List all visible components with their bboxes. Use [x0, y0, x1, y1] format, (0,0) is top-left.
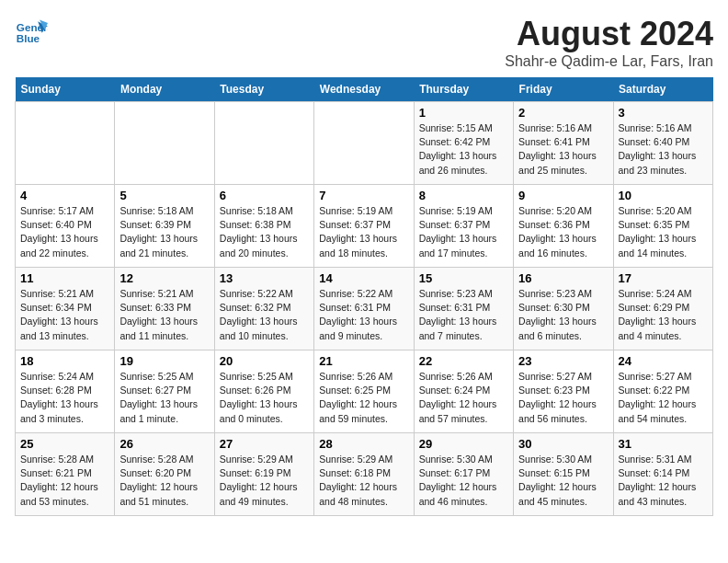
- day-number: 12: [119, 271, 209, 285]
- title-block: August 2024 Shahr-e Qadim-e Lar, Fars, I…: [505, 15, 713, 70]
- calendar-cell: 27Sunrise: 5:29 AMSunset: 6:19 PMDayligh…: [214, 433, 313, 516]
- calendar-cell: 6Sunrise: 5:18 AMSunset: 6:38 PMDaylight…: [214, 185, 313, 268]
- day-number: 8: [419, 189, 508, 202]
- day-number: 17: [619, 271, 708, 285]
- day-number: 10: [619, 189, 708, 202]
- day-info: Sunrise: 5:21 AMSunset: 6:34 PMDaylight:…: [20, 287, 109, 343]
- day-number: 28: [319, 437, 408, 451]
- day-number: 4: [20, 189, 109, 202]
- calendar-cell: 14Sunrise: 5:22 AMSunset: 6:31 PMDayligh…: [314, 268, 414, 350]
- day-info: Sunrise: 5:26 AMSunset: 6:25 PMDaylight:…: [319, 370, 408, 426]
- calendar-cell: [214, 102, 313, 185]
- calendar-cell: 23Sunrise: 5:27 AMSunset: 6:23 PMDayligh…: [514, 350, 613, 433]
- calendar-cell: [115, 102, 214, 185]
- calendar-cell: 12Sunrise: 5:21 AMSunset: 6:33 PMDayligh…: [115, 268, 214, 350]
- week-row-3: 11Sunrise: 5:21 AMSunset: 6:34 PMDayligh…: [16, 268, 713, 350]
- calendar-cell: 11Sunrise: 5:21 AMSunset: 6:34 PMDayligh…: [16, 268, 115, 350]
- day-info: Sunrise: 5:28 AMSunset: 6:20 PMDaylight:…: [119, 453, 209, 509]
- week-row-2: 4Sunrise: 5:17 AMSunset: 6:40 PMDaylight…: [16, 185, 713, 268]
- calendar-cell: 29Sunrise: 5:30 AMSunset: 6:17 PMDayligh…: [414, 433, 513, 516]
- day-number: 29: [419, 437, 508, 451]
- day-info: Sunrise: 5:23 AMSunset: 6:30 PMDaylight:…: [518, 287, 608, 343]
- weekday-header-friday: Friday: [514, 77, 613, 102]
- svg-text:Blue: Blue: [17, 32, 40, 44]
- day-info: Sunrise: 5:24 AMSunset: 6:28 PMDaylight:…: [20, 370, 109, 426]
- calendar-cell: 10Sunrise: 5:20 AMSunset: 6:35 PMDayligh…: [613, 185, 712, 268]
- calendar-cell: 9Sunrise: 5:20 AMSunset: 6:36 PMDaylight…: [514, 185, 613, 268]
- calendar-cell: 3Sunrise: 5:16 AMSunset: 6:40 PMDaylight…: [613, 102, 712, 185]
- day-info: Sunrise: 5:18 AMSunset: 6:38 PMDaylight:…: [220, 204, 309, 260]
- calendar-cell: 18Sunrise: 5:24 AMSunset: 6:28 PMDayligh…: [16, 350, 115, 433]
- calendar-cell: 21Sunrise: 5:26 AMSunset: 6:25 PMDayligh…: [314, 350, 414, 433]
- week-row-1: 1Sunrise: 5:15 AMSunset: 6:42 PMDaylight…: [16, 102, 713, 185]
- calendar-cell: 19Sunrise: 5:25 AMSunset: 6:27 PMDayligh…: [115, 350, 214, 433]
- calendar-cell: 2Sunrise: 5:16 AMSunset: 6:41 PMDaylight…: [514, 102, 613, 185]
- day-number: 1: [419, 106, 508, 120]
- day-number: 23: [518, 354, 608, 368]
- calendar-cell: 17Sunrise: 5:24 AMSunset: 6:29 PMDayligh…: [613, 268, 712, 350]
- day-info: Sunrise: 5:27 AMSunset: 6:22 PMDaylight:…: [619, 370, 708, 426]
- day-number: 20: [220, 354, 309, 368]
- day-number: 31: [619, 437, 708, 451]
- calendar-cell: 22Sunrise: 5:26 AMSunset: 6:24 PMDayligh…: [414, 350, 513, 433]
- day-info: Sunrise: 5:31 AMSunset: 6:14 PMDaylight:…: [619, 453, 708, 509]
- calendar-cell: 31Sunrise: 5:31 AMSunset: 6:14 PMDayligh…: [613, 433, 712, 516]
- day-info: Sunrise: 5:26 AMSunset: 6:24 PMDaylight:…: [419, 370, 508, 426]
- day-info: Sunrise: 5:24 AMSunset: 6:29 PMDaylight:…: [619, 287, 708, 343]
- day-number: 27: [220, 437, 309, 451]
- day-info: Sunrise: 5:23 AMSunset: 6:31 PMDaylight:…: [419, 287, 508, 343]
- day-number: 26: [119, 437, 209, 451]
- day-info: Sunrise: 5:20 AMSunset: 6:36 PMDaylight:…: [518, 204, 608, 260]
- day-number: 3: [619, 106, 708, 120]
- day-number: 15: [419, 271, 508, 285]
- calendar-cell: [16, 102, 115, 185]
- day-number: 6: [220, 189, 309, 202]
- day-info: Sunrise: 5:25 AMSunset: 6:26 PMDaylight:…: [220, 370, 309, 426]
- day-info: Sunrise: 5:29 AMSunset: 6:19 PMDaylight:…: [220, 453, 309, 509]
- day-info: Sunrise: 5:27 AMSunset: 6:23 PMDaylight:…: [518, 370, 608, 426]
- day-info: Sunrise: 5:18 AMSunset: 6:39 PMDaylight:…: [119, 204, 209, 260]
- day-number: 13: [220, 271, 309, 285]
- calendar-cell: 25Sunrise: 5:28 AMSunset: 6:21 PMDayligh…: [16, 433, 115, 516]
- day-number: 5: [119, 189, 209, 202]
- day-info: Sunrise: 5:22 AMSunset: 6:32 PMDaylight:…: [220, 287, 309, 343]
- day-info: Sunrise: 5:16 AMSunset: 6:41 PMDaylight:…: [518, 121, 608, 178]
- day-info: Sunrise: 5:19 AMSunset: 6:37 PMDaylight:…: [319, 204, 408, 260]
- day-info: Sunrise: 5:19 AMSunset: 6:37 PMDaylight:…: [419, 204, 508, 260]
- page-header: General Blue August 2024 Shahr-e Qadim-e…: [15, 15, 713, 70]
- day-number: 16: [518, 271, 608, 285]
- day-info: Sunrise: 5:29 AMSunset: 6:18 PMDaylight:…: [319, 453, 408, 509]
- weekday-header-saturday: Saturday: [613, 77, 712, 102]
- main-title: August 2024: [505, 15, 713, 53]
- calendar-cell: 30Sunrise: 5:30 AMSunset: 6:15 PMDayligh…: [514, 433, 613, 516]
- day-number: 2: [518, 106, 608, 120]
- day-number: 7: [319, 189, 408, 202]
- day-number: 25: [20, 437, 109, 451]
- calendar-cell: 20Sunrise: 5:25 AMSunset: 6:26 PMDayligh…: [214, 350, 313, 433]
- day-number: 22: [419, 354, 508, 368]
- weekday-header-row: SundayMondayTuesdayWednesdayThursdayFrid…: [16, 77, 713, 102]
- day-info: Sunrise: 5:30 AMSunset: 6:17 PMDaylight:…: [419, 453, 508, 509]
- weekday-header-monday: Monday: [115, 77, 214, 102]
- day-number: 14: [319, 271, 408, 285]
- logo: General Blue: [15, 15, 48, 48]
- calendar-cell: 7Sunrise: 5:19 AMSunset: 6:37 PMDaylight…: [314, 185, 414, 268]
- day-info: Sunrise: 5:17 AMSunset: 6:40 PMDaylight:…: [20, 204, 109, 260]
- calendar-cell: [314, 102, 414, 185]
- day-number: 30: [518, 437, 608, 451]
- calendar-cell: 16Sunrise: 5:23 AMSunset: 6:30 PMDayligh…: [514, 268, 613, 350]
- day-info: Sunrise: 5:21 AMSunset: 6:33 PMDaylight:…: [119, 287, 209, 343]
- day-number: 19: [119, 354, 209, 368]
- calendar-cell: 24Sunrise: 5:27 AMSunset: 6:22 PMDayligh…: [613, 350, 712, 433]
- calendar-cell: 8Sunrise: 5:19 AMSunset: 6:37 PMDaylight…: [414, 185, 513, 268]
- calendar-table: SundayMondayTuesdayWednesdayThursdayFrid…: [15, 77, 713, 516]
- day-number: 24: [619, 354, 708, 368]
- day-info: Sunrise: 5:15 AMSunset: 6:42 PMDaylight:…: [419, 121, 508, 178]
- day-number: 18: [20, 354, 109, 368]
- day-info: Sunrise: 5:28 AMSunset: 6:21 PMDaylight:…: [20, 453, 109, 509]
- day-number: 11: [20, 271, 109, 285]
- calendar-cell: 15Sunrise: 5:23 AMSunset: 6:31 PMDayligh…: [414, 268, 513, 350]
- weekday-header-sunday: Sunday: [16, 77, 115, 102]
- calendar-cell: 26Sunrise: 5:28 AMSunset: 6:20 PMDayligh…: [115, 433, 214, 516]
- day-info: Sunrise: 5:20 AMSunset: 6:35 PMDaylight:…: [619, 204, 708, 260]
